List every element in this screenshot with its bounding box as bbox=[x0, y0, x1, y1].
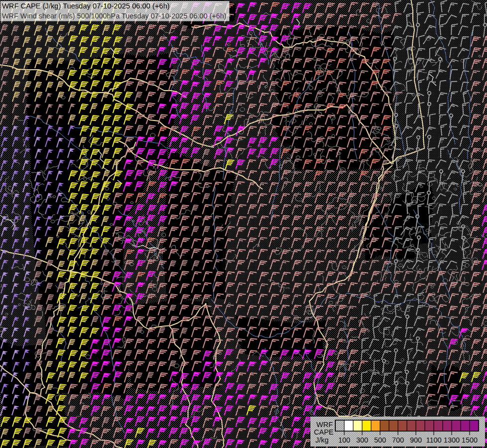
svg-text:700: 700 bbox=[392, 436, 404, 444]
svg-text:1100: 1100 bbox=[426, 436, 441, 444]
svg-text:900: 900 bbox=[410, 436, 422, 444]
svg-text:J/kg: J/kg bbox=[315, 436, 329, 444]
svg-text:WRF CAPE (J/kg) Tuesday 07-10-: WRF CAPE (J/kg) Tuesday 07-10-2025 06:00… bbox=[2, 2, 170, 10]
svg-text:500: 500 bbox=[374, 436, 386, 444]
svg-text:1300: 1300 bbox=[444, 436, 460, 444]
svg-text:300: 300 bbox=[356, 436, 368, 444]
svg-text:CAPE: CAPE bbox=[314, 428, 334, 436]
svg-text:100: 100 bbox=[338, 436, 350, 444]
svg-text:WRF Wind shear (m/s) 500/1000h: WRF Wind shear (m/s) 500/1000hPa Tuesday… bbox=[2, 12, 226, 20]
svg-text:1500: 1500 bbox=[462, 436, 478, 444]
svg-text:WRF: WRF bbox=[316, 421, 333, 429]
